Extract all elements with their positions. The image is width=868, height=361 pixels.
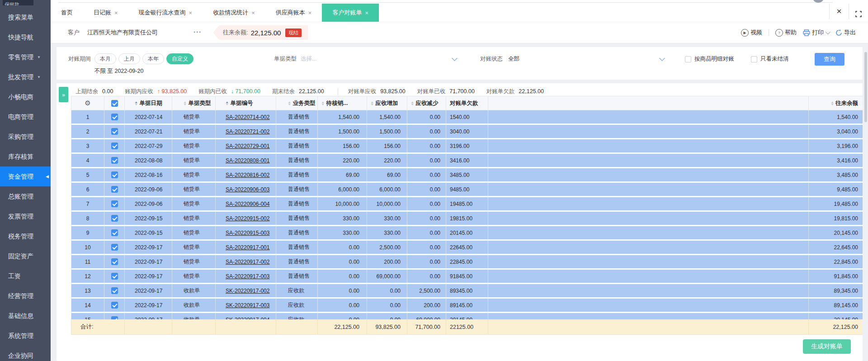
print-button[interactable]: 打印 <box>803 28 829 37</box>
sidebar-item-零售管理[interactable]: 零售管理▼ <box>0 47 51 67</box>
sidebar-item-库存核算[interactable]: 库存核算 <box>0 147 51 166</box>
status-select[interactable]: 全部 <box>508 55 519 63</box>
column-header-对账单欠款[interactable]: 对账单欠款 <box>446 96 488 110</box>
period-option-上月[interactable]: 上月 <box>118 53 140 64</box>
sidebar-item-搜索菜单[interactable]: 搜索菜单 <box>0 7 51 27</box>
sort-icon[interactable]: ▲▼ <box>411 101 414 105</box>
sidebar-item-批发管理[interactable]: 批发管理▼ <box>0 67 51 87</box>
page-scrollbar[interactable] <box>864 52 867 122</box>
period-option-本月[interactable]: 本月 <box>94 53 116 64</box>
column-header-单据编号[interactable]: ▲▼单据编号 <box>215 96 276 110</box>
doc-link[interactable]: SA-20220917-002 <box>226 259 269 265</box>
sort-icon[interactable]: ▲▼ <box>288 101 291 105</box>
select-all-checkbox[interactable] <box>104 96 124 110</box>
generate-statement-button[interactable]: 生成对账单 <box>803 339 851 354</box>
customer-name[interactable]: 江西恒天地产有限责任公司 <box>87 22 158 43</box>
sort-icon[interactable]: ▲▼ <box>831 101 834 105</box>
sort-icon[interactable]: ▲▼ <box>226 101 228 105</box>
column-header-应收增加[interactable]: ▲▼应收增加 <box>367 96 407 110</box>
more-icon[interactable]: ··· <box>193 22 202 42</box>
row-checkbox[interactable] <box>104 139 124 152</box>
chevron-down-icon[interactable] <box>659 55 665 61</box>
unsettled-checkbox[interactable]: 只看未结清 <box>751 55 789 63</box>
doc-link[interactable]: SA-20220729-001 <box>226 143 269 149</box>
row-checkbox[interactable] <box>104 270 124 283</box>
row-checkbox[interactable] <box>104 110 124 124</box>
column-header-单据类型[interactable]: ▲▼单据类型 <box>172 96 215 110</box>
row-checkbox[interactable] <box>104 226 124 239</box>
period-option-本年[interactable]: 本年 <box>142 53 164 64</box>
doc-link[interactable]: SA-20220917-001 <box>226 244 269 251</box>
table-row[interactable]: 22022-07-21销货单SA-20220721-002普通销售1,500.0… <box>71 125 863 138</box>
sidebar-item-固定资产[interactable]: 固定资产 <box>0 246 51 266</box>
table-row[interactable]: 142022-09-17收款单SK-20220917-003应收款0.000.0… <box>71 299 863 312</box>
table-row[interactable]: 132022-09-17收款单SK-20220917-002应收款0.000.0… <box>71 284 863 297</box>
close-icon[interactable]: × <box>308 10 312 16</box>
doc-link[interactable]: SA-20220915-002 <box>226 215 269 222</box>
doc-link[interactable]: SA-20220721-002 <box>226 128 269 135</box>
table-row[interactable]: 42022-08-08销货单SA-20220808-001普通销售220.002… <box>71 154 863 167</box>
sort-icon[interactable]: ▲▼ <box>184 101 186 105</box>
table-row[interactable]: 32022-07-29销货单SA-20220729-001普通销售156.001… <box>71 139 863 152</box>
column-header-往来余额[interactable]: ▲▼往来余额 <box>808 96 863 110</box>
doc-link[interactable]: SA-20220906-003 <box>226 186 269 193</box>
row-checkbox[interactable] <box>104 241 124 254</box>
table-row[interactable]: 62022-09-06销货单SA-20220906-003普通销售6,000.0… <box>71 183 863 196</box>
tab-客户对账单[interactable]: 客户对账单× <box>322 4 379 22</box>
column-settings[interactable]: ⚙ <box>71 96 104 110</box>
close-icon[interactable]: × <box>114 10 118 16</box>
doc-link[interactable]: SA-20220917-003 <box>226 273 269 280</box>
sidebar-item-系统管理[interactable]: 系统管理 <box>0 326 51 346</box>
column-header-应收减少[interactable]: ▲▼应收减少 <box>407 96 446 110</box>
column-header-单据日期[interactable]: ▲▼单据日期 <box>124 96 172 110</box>
sidebar-item-工资[interactable]: 工资 <box>0 266 51 286</box>
table-row[interactable]: 82022-09-15销货单SA-20220915-002普通销售330.003… <box>71 212 863 225</box>
fullscreen-icon[interactable] <box>849 5 868 17</box>
doc-type-select[interactable]: 选择... <box>301 55 316 63</box>
row-checkbox[interactable] <box>104 284 124 297</box>
detail-checkbox[interactable]: 按商品明细对账 <box>685 55 734 63</box>
tab-日记账[interactable]: 日记账× <box>83 4 128 22</box>
tab-现金银行流水查询[interactable]: 现金银行流水查询× <box>128 4 203 22</box>
expand-panel-button[interactable]: » <box>59 87 68 102</box>
table-row[interactable]: 92022-09-15销货单SA-20220915-003普通销售330.003… <box>71 226 863 239</box>
row-checkbox[interactable] <box>104 125 124 138</box>
table-row[interactable]: 152022-09-17收款单SK-20220917-004应收款0.000.0… <box>71 313 863 319</box>
sidebar-item-采购管理[interactable]: 采购管理 <box>0 127 51 147</box>
column-header-待核销...[interactable]: ▲▼待核销... <box>317 96 367 110</box>
export-button[interactable]: 导出 <box>835 28 856 37</box>
query-button[interactable]: 查询 <box>815 53 844 66</box>
tab-供应商账本[interactable]: 供应商账本× <box>265 4 322 22</box>
doc-link[interactable]: SA-20220816-002 <box>226 172 269 178</box>
sidebar-item-发票管理[interactable]: 发票管理 <box>0 206 51 226</box>
doc-link[interactable]: SK-20220917-002 <box>226 288 269 294</box>
table-row[interactable]: 72022-09-06销货单SA-20220906-004普通销售10,000.… <box>71 197 863 210</box>
row-checkbox[interactable] <box>104 299 124 312</box>
column-header-业务类型[interactable]: ▲▼业务类型 <box>276 96 317 110</box>
sidebar-item-税务管理[interactable]: 税务管理 <box>0 226 51 246</box>
row-checkbox[interactable] <box>104 197 124 210</box>
row-checkbox[interactable] <box>104 313 124 319</box>
row-checkbox[interactable] <box>104 154 124 167</box>
sort-icon[interactable]: ▲▼ <box>135 101 137 105</box>
doc-link[interactable]: SA-20220915-003 <box>226 230 269 236</box>
table-row[interactable]: 52022-08-16销货单SA-20220816-002普通销售69.0069… <box>71 168 863 181</box>
table-row[interactable]: 122022-09-17销货单SA-20220917-003普通销售0.0069… <box>71 270 863 283</box>
close-icon[interactable]: × <box>365 10 368 16</box>
doc-link[interactable]: SA-20220714-002 <box>226 114 269 120</box>
sidebar-item-企业协同[interactable]: 企业协同 <box>0 346 51 361</box>
doc-link[interactable]: SA-20220808-001 <box>226 157 269 164</box>
table-row[interactable]: 102022-09-17销货单SA-20220917-001普通销售0.002,… <box>71 241 863 254</box>
row-checkbox[interactable] <box>104 255 124 268</box>
row-checkbox[interactable] <box>104 212 124 225</box>
sidebar-item-电商管理[interactable]: 电商管理 <box>0 107 51 127</box>
sidebar-item-基础信息[interactable]: 基础信息 <box>0 306 51 326</box>
sidebar-item-快捷导航[interactable]: 快捷导航 <box>0 27 51 47</box>
sort-icon[interactable]: ▲▼ <box>371 101 373 105</box>
doc-link[interactable]: SK-20220917-003 <box>226 302 269 309</box>
close-icon[interactable]: × <box>189 10 193 16</box>
row-checkbox[interactable] <box>104 183 124 196</box>
sidebar-item-小畅电商[interactable]: 小畅电商 <box>0 87 51 107</box>
sort-icon[interactable]: ▲▼ <box>321 101 324 105</box>
sidebar-item-经营管理[interactable]: 经营管理 <box>0 286 51 306</box>
